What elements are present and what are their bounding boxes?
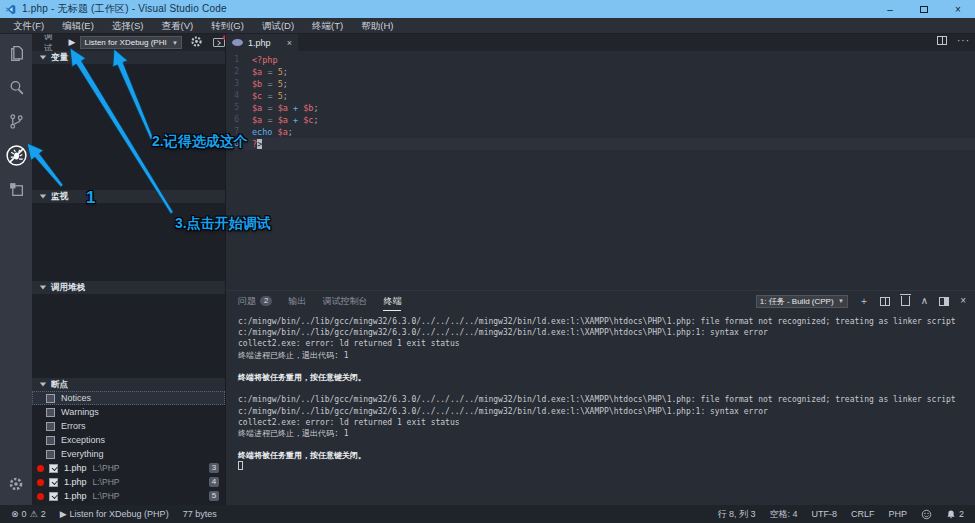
code-line: 2 $a = 5; — [226, 66, 975, 78]
split-terminal-icon[interactable] — [880, 297, 890, 306]
menu-item[interactable]: 帮助(H) — [352, 18, 402, 33]
section-label: 变量 — [51, 52, 68, 64]
terminal-task-dropdown[interactable]: 1: 任务 - Build (CPP) ▼ — [756, 295, 848, 308]
code-text: ?> — [252, 138, 262, 150]
source-control-icon[interactable] — [0, 106, 32, 136]
window-title: 1.php - 无标题 (工作区) - Visual Studio Code — [22, 2, 227, 16]
breakpoint-file-row[interactable]: 1.php L:\PHP 5 — [32, 489, 225, 503]
tab-1php[interactable]: 1.php × — [226, 34, 298, 51]
tab-close-icon[interactable]: × — [287, 38, 292, 48]
terminal-line: c:/mingw/bin/../lib/gcc/mingw32/6.3.0/..… — [238, 394, 970, 405]
breakpoint-filter-row[interactable]: Warnings — [32, 405, 225, 419]
title-bar: 1.php - 无标题 (工作区) - Visual Studio Code –… — [0, 0, 975, 18]
minimize-button[interactable]: – — [873, 0, 907, 18]
checkbox-checked[interactable] — [49, 464, 58, 473]
breakpoint-filter-label: Exceptions — [61, 435, 105, 445]
eol-status[interactable]: CRLF — [844, 509, 882, 519]
menu-item[interactable]: 查看(V) — [152, 18, 202, 33]
annotation-step-1: 1 — [86, 188, 95, 208]
annotation-step-3: 3.点击开始调试 — [175, 215, 271, 233]
configure-gear-icon[interactable] — [190, 34, 203, 52]
error-count: 0 — [22, 509, 27, 519]
panel-tab[interactable]: 问题 2 — [238, 291, 272, 311]
close-panel-icon[interactable]: × — [960, 296, 966, 306]
breakpoint-filter-row[interactable]: Errors — [32, 419, 225, 433]
panel-tab-badge: 2 — [260, 296, 272, 306]
breakpoint-file-row[interactable]: 1.php L:\PHP 4 — [32, 475, 225, 489]
checkbox-checked[interactable] — [49, 492, 58, 501]
menu-item[interactable]: 文件(F) — [4, 18, 53, 33]
checkbox-unchecked[interactable] — [46, 422, 55, 431]
notifications-bell[interactable]: 2 — [939, 509, 971, 520]
close-button[interactable]: × — [941, 0, 975, 18]
kill-terminal-trash-icon[interactable] — [901, 296, 910, 306]
debug-console-icon[interactable] — [213, 38, 225, 47]
encoding-status[interactable]: UTF-8 — [804, 509, 844, 519]
checkbox-checked[interactable] — [49, 478, 58, 487]
menu-item[interactable]: 终端(T) — [303, 18, 352, 33]
maximize-panel-chevron-icon[interactable]: ∧ — [921, 296, 928, 306]
line-number: 3 — [226, 78, 252, 90]
breakpoint-filter-label: Everything — [61, 449, 104, 459]
menu-item[interactable]: 转到(G) — [202, 18, 253, 33]
search-icon[interactable] — [0, 72, 32, 102]
start-debug-button[interactable]: ▶ — [69, 38, 76, 47]
split-editor-icon[interactable] — [937, 36, 947, 45]
breakpoint-file-name: 1.php — [64, 463, 87, 473]
editor-region: 1.php × ··· 1 <?php 2 $a = 5; 3 $b = 5; … — [225, 34, 975, 505]
more-actions-icon[interactable]: ··· — [957, 37, 970, 45]
code-text: <?php — [252, 54, 278, 66]
section-variables[interactable]: 变量 — [32, 51, 225, 64]
section-watch[interactable]: 监视 — [32, 190, 225, 203]
debug-toolbar: 调试 ▶ Listen for XDebug (PHI ▼ — [32, 34, 225, 51]
debug-sidebar: 调试 ▶ Listen for XDebug (PHI ▼ 变量 监视 调用堆栈… — [32, 34, 225, 505]
menu-item[interactable]: 调试(D) — [253, 18, 303, 33]
breakpoint-file-row[interactable]: 1.php L:\PHP 3 — [32, 461, 225, 475]
maximize-icon — [920, 6, 928, 13]
checkbox-unchecked[interactable] — [46, 450, 55, 459]
section-label: 调用堆栈 — [51, 282, 85, 294]
bottom-panel: 问题 2 输出 调试控制台 终端 1: 任务 - Build (CPP) ▼ ＋… — [226, 290, 975, 505]
breakpoint-line-badge: 4 — [209, 477, 219, 487]
checkbox-unchecked[interactable] — [46, 436, 55, 445]
problems-status[interactable]: ⊗ 0 ⚠ 2 — [4, 509, 53, 519]
toggle-panel-icon[interactable] — [939, 297, 949, 306]
line-number: 2 — [226, 66, 252, 78]
twistie-icon — [40, 383, 46, 387]
new-terminal-icon[interactable]: ＋ — [859, 296, 869, 306]
panel-tab[interactable]: 输出 — [288, 291, 306, 311]
editor-tab-bar: 1.php × ··· — [226, 34, 975, 51]
debug-target-status[interactable]: ▶ Listen for XDebug (PHP) — [53, 509, 176, 519]
php-file-icon — [232, 39, 243, 46]
panel-tab[interactable]: 调试控制台 — [322, 291, 367, 311]
settings-gear-icon[interactable] — [0, 469, 32, 499]
language-mode-status[interactable]: PHP — [881, 509, 914, 519]
twistie-icon — [40, 56, 46, 60]
code-editor[interactable]: 1 <?php 2 $a = 5; 3 $b = 5; 4 $c = 5; 5 … — [226, 51, 975, 290]
section-breakpoints[interactable]: 断点 — [32, 378, 225, 391]
debug-icon[interactable] — [0, 140, 32, 170]
extensions-icon[interactable] — [0, 174, 32, 204]
feedback-smiley-icon[interactable] — [914, 509, 939, 520]
terminal-line: c:/mingw/bin/../lib/gcc/mingw32/6.3.0/..… — [238, 406, 970, 417]
section-call-stack[interactable]: 调用堆栈 — [32, 281, 225, 294]
chevron-down-icon: ▼ — [172, 40, 178, 46]
explorer-icon[interactable] — [0, 38, 32, 68]
code-line: 4 $c = 5; — [226, 90, 975, 102]
menu-item[interactable]: 编辑(E) — [53, 18, 103, 33]
breakpoint-filter-row[interactable]: Notices — [32, 391, 225, 405]
maximize-button[interactable] — [907, 0, 941, 18]
debug-config-label: Listen for XDebug (PHI — [84, 38, 170, 47]
checkbox-unchecked[interactable] — [46, 394, 55, 403]
code-text: $c = 5; — [252, 90, 288, 102]
breakpoint-filter-row[interactable]: Exceptions — [32, 433, 225, 447]
terminal-output[interactable]: c:/mingw/bin/../lib/gcc/mingw32/6.3.0/..… — [238, 316, 970, 504]
debug-config-dropdown[interactable]: Listen for XDebug (PHI ▼ — [80, 36, 182, 49]
breakpoint-filter-row[interactable]: Everything — [32, 447, 225, 461]
panel-tab-label: 终端 — [383, 295, 401, 308]
menu-item[interactable]: 选择(S) — [103, 18, 153, 33]
checkbox-unchecked[interactable] — [46, 408, 55, 417]
cursor-position-status[interactable]: 行 8, 列 3 — [710, 508, 762, 521]
indentation-status[interactable]: 空格: 4 — [762, 508, 804, 521]
panel-tab[interactable]: 终端 — [383, 291, 401, 311]
